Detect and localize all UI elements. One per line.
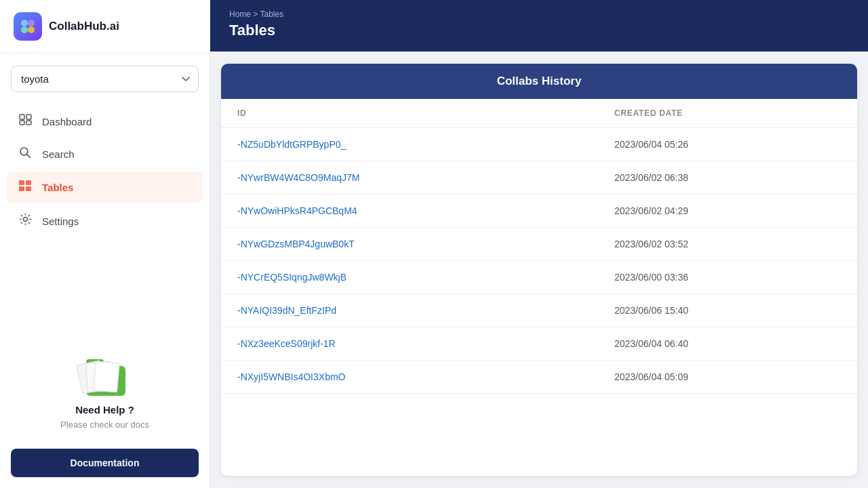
sidebar-item-tables-label: Tables	[42, 182, 73, 193]
help-title: Need Help ?	[75, 404, 134, 415]
svg-point-3	[28, 26, 35, 33]
sidebar-item-search[interactable]: Search	[7, 138, 203, 170]
svg-line-9	[27, 155, 31, 158]
cell-created-date: 2023/06/02 03:52	[598, 228, 857, 261]
sidebar: CollabHub.ai toyota honda ford Dashboard	[0, 0, 210, 488]
cell-created-date: 2023/06/04 06:40	[598, 327, 857, 361]
tables-icon	[18, 180, 33, 195]
cell-created-date: 2023/06/06 15:40	[598, 294, 857, 327]
table-row[interactable]: -NXz3eeKceS09rjkf-1R2023/06/04 06:40	[221, 327, 857, 361]
table-container: Collabs History ID CREATED DATE -NZ5uDbY…	[221, 64, 857, 476]
page-header: Home > Tables Tables	[210, 0, 868, 52]
cell-id: -NZ5uDbYldtGRPBypP0_	[221, 128, 598, 161]
cell-created-date: 2023/06/00 03:36	[598, 261, 857, 294]
cell-created-date: 2023/06/04 05:26	[598, 128, 857, 161]
svg-rect-7	[26, 121, 31, 125]
sidebar-item-settings[interactable]: Settings	[7, 205, 203, 237]
workspace-dropdown[interactable]: toyota honda ford	[11, 66, 199, 92]
svg-point-14	[23, 218, 27, 222]
main-content: Home > Tables Tables Collabs History ID …	[210, 0, 868, 488]
documentation-button[interactable]: Documentation	[11, 449, 199, 477]
cell-id: -NYAIQI39dN_EftFzIPd	[221, 294, 598, 327]
svg-rect-4	[20, 115, 24, 119]
table-row[interactable]: -NXyjI5WNBIs4OI3XbmO2023/06/04 05:09	[221, 361, 857, 394]
table-row[interactable]: -NYwOwiHPksR4PGCBqM42023/06/02 04:29	[221, 195, 857, 228]
help-subtitle: Please check our docs	[60, 420, 149, 430]
cell-id: -NXz3eeKceS09rjkf-1R	[221, 327, 598, 361]
search-icon	[18, 146, 33, 162]
sidebar-nav: Dashboard Search Tables	[0, 99, 210, 244]
table-header-row: Collabs History	[221, 64, 857, 99]
cell-id: -NYwrBW4W4C8O9MaqJ7M	[221, 161, 598, 195]
collabs-history-table: ID CREATED DATE -NZ5uDbYldtGRPBypP0_2023…	[221, 99, 857, 394]
svg-rect-13	[26, 186, 31, 191]
table-row[interactable]: -NYCrEQ5SIqngJw8WkjB2023/06/00 03:36	[221, 261, 857, 294]
svg-rect-11	[26, 180, 31, 185]
col-header-id: ID	[221, 99, 598, 128]
cell-id: -NXyjI5WNBIs4OI3XbmO	[221, 361, 598, 394]
col-header-created-date: CREATED DATE	[598, 99, 857, 128]
svg-point-1	[28, 20, 35, 26]
sidebar-item-search-label: Search	[42, 148, 75, 160]
cell-id: -NYCrEQ5SIqngJw8WkjB	[221, 261, 598, 294]
page-title: Tables	[229, 22, 849, 39]
svg-point-2	[21, 26, 28, 33]
logo-icon	[14, 12, 42, 41]
dashboard-icon	[18, 114, 33, 129]
cell-id: -NYwOwiHPksR4PGCBqM4	[221, 195, 598, 228]
sidebar-item-tables[interactable]: Tables	[7, 171, 203, 203]
table-row[interactable]: -NYwGDzsMBP4JguwB0kT2023/06/02 03:52	[221, 228, 857, 261]
brand-name: CollabHub.ai	[49, 20, 119, 33]
svg-rect-10	[19, 180, 24, 185]
svg-rect-5	[26, 115, 31, 119]
cell-id: -NYwGDzsMBP4JguwB0kT	[221, 228, 598, 261]
svg-point-0	[21, 20, 28, 26]
sidebar-item-dashboard[interactable]: Dashboard	[7, 106, 203, 137]
help-section: Need Help ? Please check our docs	[0, 335, 210, 443]
table-row[interactable]: -NYwrBW4W4C8O9MaqJ7M2023/06/02 06:38	[221, 161, 857, 195]
table-body: -NZ5uDbYldtGRPBypP0_2023/06/04 05:26-NYw…	[221, 128, 857, 394]
svg-rect-6	[20, 121, 24, 125]
sidebar-item-settings-label: Settings	[42, 216, 79, 227]
cell-created-date: 2023/06/04 05:09	[598, 361, 857, 394]
workspace-dropdown-area: toyota honda ford	[0, 54, 210, 99]
breadcrumb: Home > Tables	[229, 9, 849, 19]
table-title: Collabs History	[497, 75, 582, 87]
sidebar-item-dashboard-label: Dashboard	[42, 116, 92, 127]
table-row[interactable]: -NZ5uDbYldtGRPBypP0_2023/06/04 05:26	[221, 128, 857, 161]
table-column-headers: ID CREATED DATE	[221, 99, 857, 128]
svg-rect-12	[19, 186, 24, 191]
help-illustration	[78, 348, 132, 396]
table-row[interactable]: -NYAIQI39dN_EftFzIPd2023/06/06 15:40	[221, 294, 857, 327]
sidebar-header: CollabHub.ai	[0, 0, 210, 54]
cell-created-date: 2023/06/02 06:38	[598, 161, 857, 195]
settings-icon	[18, 213, 33, 229]
cell-created-date: 2023/06/02 04:29	[598, 195, 857, 228]
